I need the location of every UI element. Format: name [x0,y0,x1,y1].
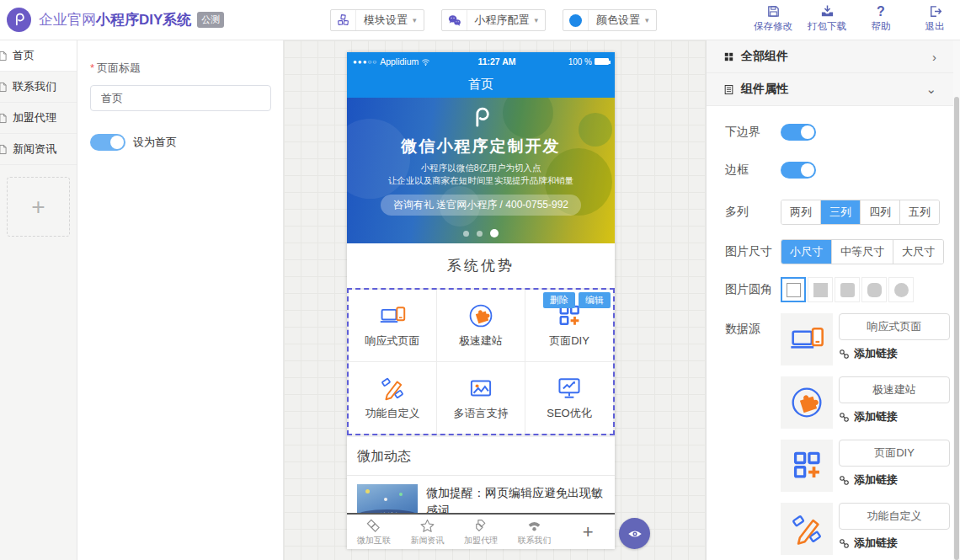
banner-carousel[interactable]: 微信小程序定制开发 小程序以微信8亿用户为切入点 让企业以及商家在短时间里实现提… [347,98,615,243]
radius-option-slight[interactable] [835,277,860,302]
download-button[interactable]: 打包下载 [805,4,849,33]
puzzle-icon [467,302,494,329]
header-actions: 保存修改 打包下载 ? 帮助 退出 [751,4,957,33]
sidebar-item-home[interactable]: 首页 [0,40,77,72]
feature-cell[interactable]: SEO优化 [525,362,613,434]
inspector-panel: 全部组件 › 组件属性 ⌄ 下边界 边框 多列 两列 三列 四列 [706,40,953,560]
carousel-dot[interactable] [477,231,483,237]
pages-sidebar: 首页 联系我们 加盟代理 新闻资讯 + [0,40,77,560]
exit-icon [928,4,942,19]
radius-option-square[interactable] [808,277,833,302]
caret-down-icon: ▾ [645,16,649,24]
carousel-dots [347,229,615,237]
columns-option-5[interactable]: 五列 [899,200,939,224]
carrier-label: Applidium [380,56,419,67]
data-source-item: 添加链接 [781,440,950,492]
phone-preview: ●●●○○ Applidium 11:27 AM 100 % 首页 微信小程序定… [347,52,615,549]
add-link-button[interactable]: 添加链接 [839,472,950,488]
add-link-button[interactable]: 添加链接 [839,346,950,361]
battery-level: 100 % [568,57,609,67]
delete-component-button[interactable]: 删除 [543,292,575,308]
question-icon: ? [877,4,885,19]
list-icon [723,84,734,95]
section-title: 系统优势 [347,243,615,288]
help-button[interactable]: ? 帮助 [859,4,903,33]
sidebar-item-agency[interactable]: 加盟代理 [0,103,77,134]
wechat-icon [442,10,467,30]
feature-cell[interactable]: 功能自定义 [349,362,436,434]
wifi-icon [421,58,430,66]
tab-add[interactable]: + [561,515,615,549]
color-circle-icon [563,10,589,30]
tab-contact[interactable]: 联系我们 [508,515,562,549]
data-source-title-input[interactable] [839,313,950,340]
feature-cell[interactable]: 极速建站 [437,290,525,361]
miniprogram-config-menu[interactable]: 小程序配置 ▾ [441,9,547,31]
tab-news[interactable]: 新闻资讯 [401,515,455,549]
signal-dots-icon: ●●●○○ [353,58,377,66]
set-home-row: 设为首页 [90,134,283,151]
pencil-icon [781,503,833,555]
app-window: 企业官网小程序DIY系统 公测 模块设置 ▾ 小程序配置 ▾ 颜色设置 ▾ [0,0,960,560]
sidebar-item-news[interactable]: 新闻资讯 [0,134,77,165]
add-page-button[interactable]: + [7,177,70,237]
inspector-body: 下边界 边框 多列 两列 三列 四列 五列 图片尺寸 小尺寸 [707,106,953,560]
app-title-light: 企业官网 [39,10,96,29]
image-radius-options [781,277,914,302]
menu-label: 模块设置 [356,13,413,28]
data-source-title-input[interactable] [839,376,950,403]
star-icon [419,518,435,534]
size-option-small[interactable]: 小尺寸 [781,240,831,264]
preview-button[interactable] [619,518,650,549]
set-home-toggle[interactable] [90,134,125,151]
responsive-icon [379,302,406,329]
radius-option-circle[interactable] [888,277,914,302]
columns-option-3[interactable]: 三列 [820,200,860,224]
tab-weijia[interactable]: 微加互联 [347,515,401,549]
size-option-medium[interactable]: 中等尺寸 [831,240,893,264]
add-link-button[interactable]: 添加链接 [839,409,950,424]
data-source-row: 数据源 添加链接 [725,313,953,560]
tab-agency[interactable]: 加盟代理 [454,515,508,549]
exit-button[interactable]: 退出 [913,4,957,33]
chevron-right-icon: › [932,50,936,64]
image-radius-row: 图片圆角 [725,277,953,302]
app-title-bold: 小程序DIY系统 [96,10,191,29]
edit-component-button[interactable]: 编辑 [579,292,611,308]
banner-subtitle: 小程序以微信8亿用户为切入点 让企业以及商家在短时间里实现提升品牌和销量 [347,162,615,187]
columns-segmented: 两列 三列 四列 五列 [781,200,940,225]
radius-option-rounded[interactable] [861,277,887,302]
border-toggle[interactable] [781,162,816,179]
scrollbar-thumb[interactable] [954,97,959,560]
carousel-dot[interactable] [463,231,469,237]
tags-icon [472,518,488,534]
bottom-border-toggle[interactable] [781,124,816,141]
image-size-segmented: 小尺寸 中等尺寸 大尺寸 [781,239,944,264]
selection-actions: 删除 编辑 [543,292,611,308]
sidebar-item-contact[interactable]: 联系我们 [0,72,77,103]
color-settings-menu[interactable]: 颜色设置 ▾ [563,9,657,31]
size-option-large[interactable]: 大尺寸 [893,240,943,264]
all-components-header[interactable]: 全部组件 › [707,40,953,73]
set-home-label: 设为首页 [133,135,177,150]
radius-option-none[interactable] [781,277,806,302]
beta-badge: 公测 [197,12,224,28]
download-icon [820,4,835,19]
feature-cell[interactable]: 多语言支持 [437,362,525,434]
columns-option-4[interactable]: 四列 [860,200,899,224]
columns-option-2[interactable]: 两列 [781,200,820,224]
carousel-dot-active[interactable] [490,229,499,237]
component-props-header[interactable]: 组件属性 ⌄ [707,73,953,106]
data-source-title-input[interactable] [839,503,950,530]
selected-component-grid[interactable]: 删除 编辑 响应式页面 极速建站 页面DIY [347,288,615,435]
battery-icon [595,58,609,65]
banner-title: 微信小程序定制开发 [347,136,615,157]
menu-label: 小程序配置 [467,13,535,28]
save-button[interactable]: 保存修改 [751,4,795,33]
data-source-title-input[interactable] [839,440,950,467]
page-icon [0,144,8,155]
module-settings-menu[interactable]: 模块设置 ▾ [330,9,424,31]
page-title-input[interactable] [90,85,271,111]
feature-cell[interactable]: 响应式页面 [349,290,436,361]
add-link-button[interactable]: 添加链接 [839,536,950,551]
